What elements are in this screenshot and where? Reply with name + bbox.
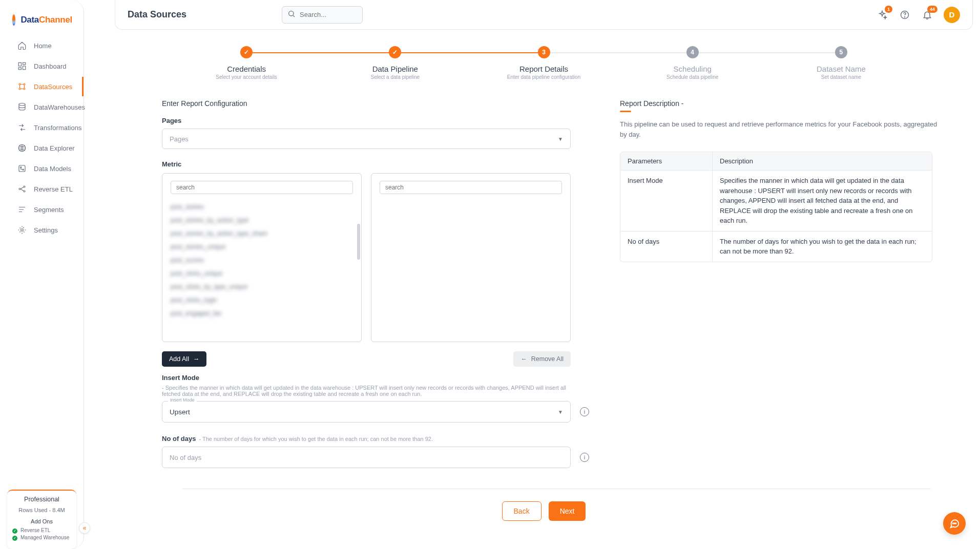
table-header-description: Description [713,152,932,171]
models-icon [17,164,27,173]
svg-point-17 [289,11,294,15]
remove-all-button[interactable]: ← Remove All [513,351,571,367]
addon-label: Reverse ETL [20,527,50,533]
segments-icon [17,205,27,214]
sidebar-item-label: Segments [34,206,64,214]
sidebar-item-datawarehouses[interactable]: DataWarehouses [0,97,84,117]
step-datapipeline[interactable]: ✓ Data Pipeline Select a data pipeline [321,46,469,80]
dashboard-icon [17,61,27,71]
back-button[interactable]: Back [502,501,541,521]
sidebar-item-home[interactable]: Home [0,36,84,55]
sidebar-item-label: DataWarehouses [34,103,85,111]
list-item[interactable]: post_clicks_unique [171,267,353,280]
info-icon[interactable]: i [580,453,589,462]
report-config-form: Enter Report Configuration Pages Pages ▼… [162,99,589,468]
sidebar-item-label: Dashboard [34,62,67,70]
step-circle-icon: 4 [686,46,699,58]
sidebar-item-dataexplorer[interactable]: Data Explorer [0,138,84,158]
add-all-label: Add All [169,355,189,363]
addon-row: ✓ Managed Warehouse [11,535,72,541]
metric-available-search[interactable] [171,181,353,194]
list-item[interactable]: post_clicks_login [171,293,353,307]
title-underline [620,111,631,112]
search-icon [287,10,296,20]
list-item[interactable]: post_engaged_fan [171,307,353,320]
sidebar-item-datamodels[interactable]: Data Models [0,159,84,178]
metric-available-list[interactable]: post_stories post_stories_by_action_type… [162,198,361,342]
svg-point-7 [24,88,25,90]
warehouse-icon [17,102,27,112]
svg-point-21 [954,523,954,523]
param-desc: The number of days for which you wish to… [713,231,932,262]
parameters-table: Parameters Description Insert Mode Speci… [620,152,932,262]
info-icon[interactable]: i [580,407,589,416]
step-reportdetails[interactable]: 3 Report Details Enter data pipeline con… [469,46,618,80]
step-title: Dataset Name [767,65,915,73]
insert-mode-select[interactable]: Upsert ▼ [162,401,571,423]
plan-addons-title: Add Ons [11,518,72,524]
svg-point-6 [19,88,20,90]
svg-rect-1 [23,62,26,65]
stepper: ✓ Credentials Select your account detail… [172,46,915,80]
sidebar-item-segments[interactable]: Segments [0,200,84,219]
list-item[interactable]: post_scores [171,254,353,267]
param-desc: Specifies the manner in which data will … [713,171,932,231]
step-subtitle: Set dataset name [767,74,915,80]
chevron-down-icon: ▼ [558,136,563,142]
sidebar-item-datasources[interactable]: DataSources [0,77,84,96]
metric-selected-list[interactable] [371,198,570,342]
insert-mode-label-block: Insert Mode - Specifies the manner in wh… [162,374,572,397]
step-datasetname[interactable]: 5 Dataset Name Set dataset name [767,46,915,80]
list-item[interactable]: post_clicks_by_type_unique [171,280,353,293]
check-icon: ✓ [12,536,17,541]
step-credentials[interactable]: ✓ Credentials Select your account detail… [172,46,321,80]
footer-divider [182,489,931,489]
metric-selected-search[interactable] [380,181,562,194]
list-item[interactable]: post_stories_by_action_type_share [171,227,353,240]
sidebar-item-label: Settings [34,226,58,234]
svg-rect-2 [23,66,26,70]
svg-rect-10 [19,165,25,172]
remove-all-label: Remove All [531,355,564,363]
brand-name: DataChannel [20,15,72,25]
sidebar-collapse-button[interactable]: « [79,522,90,534]
next-button[interactable]: Next [549,501,586,521]
help-button[interactable] [899,9,911,21]
top-bar: Data Sources 1 44 D [115,0,973,30]
sidebar-item-transformations[interactable]: Transformations [0,118,84,137]
scrollbar-thumb[interactable] [357,224,360,260]
page-title: Data Sources [128,9,186,20]
list-item[interactable]: post_stories_by_action_type [171,214,353,227]
step-scheduling[interactable]: 4 Scheduling Schedule data pipeline [618,46,767,80]
no-of-days-label-block: No of days - The number of days for whic… [162,435,572,442]
sidebar-item-reverseetl[interactable]: Reverse ETL [0,179,84,199]
svg-rect-0 [18,62,21,66]
table-row: No of days The number of days for which … [620,231,932,262]
global-search[interactable] [282,6,363,24]
brand-logo[interactable]: DataChannel [0,0,84,36]
user-avatar[interactable]: D [944,7,960,23]
chat-fab-button[interactable] [943,512,966,535]
footer-buttons: Back Next [126,501,962,521]
pages-select[interactable]: Pages ▼ [162,129,571,149]
step-connector [693,52,841,53]
list-item[interactable]: post_stories [171,200,353,214]
bell-badge: 44 [927,6,937,13]
insert-mode-label: Insert Mode [162,374,199,382]
no-of-days-input[interactable] [162,447,571,468]
svg-rect-3 [18,68,21,70]
plan-rows-used: Rows Used - 8.4M [11,507,72,513]
add-all-button[interactable]: Add All → [162,351,206,367]
step-title: Report Details [469,65,618,73]
plan-card: Professional Rows Used - 8.4M Add Ons ✓ … [7,490,76,549]
search-input[interactable] [300,11,357,18]
svg-point-4 [19,83,20,85]
sidebar-item-dashboard[interactable]: Dashboard [0,56,84,76]
reverseetl-icon [17,184,27,194]
insert-mode-value: Upsert [170,408,190,416]
svg-point-22 [955,523,956,523]
sparkle-notifications-button[interactable]: 1 [876,9,888,21]
bell-notifications-button[interactable]: 44 [921,9,933,21]
list-item[interactable]: post_stories_unique [171,240,353,254]
sidebar-item-settings[interactable]: Settings [0,220,84,240]
